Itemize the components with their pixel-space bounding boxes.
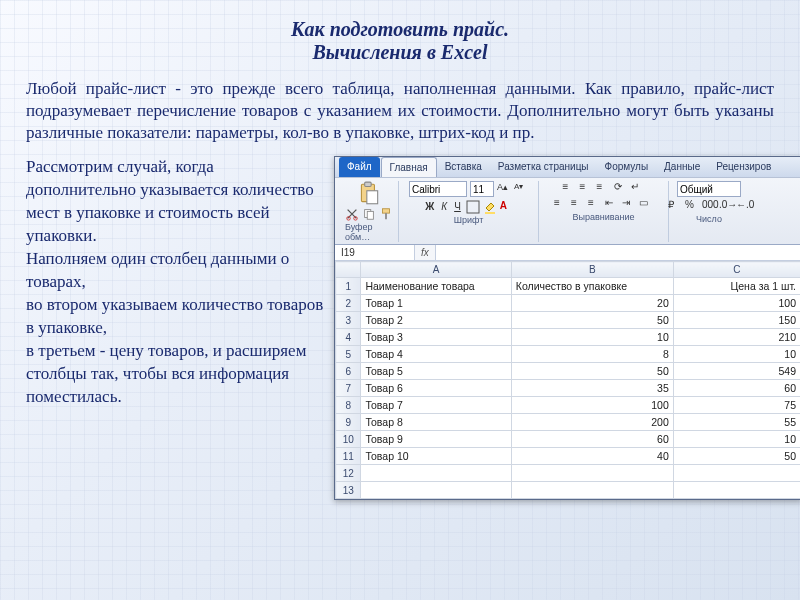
grow-font-icon[interactable]: A▴ <box>497 182 511 196</box>
number-format-select[interactable] <box>677 181 741 197</box>
cell[interactable]: 210 <box>673 329 800 346</box>
tab-data[interactable]: Данные <box>656 157 708 177</box>
fill-color-icon[interactable] <box>483 200 497 214</box>
row-header[interactable]: 8 <box>336 397 361 414</box>
row-header[interactable]: 7 <box>336 380 361 397</box>
cell[interactable]: 150 <box>673 312 800 329</box>
underline-icon[interactable]: Ч <box>452 199 463 214</box>
merge-icon[interactable]: ▭ <box>639 197 653 211</box>
col-header-a[interactable]: A <box>361 262 511 278</box>
align-left-icon[interactable]: ≡ <box>554 197 568 211</box>
row-header[interactable]: 4 <box>336 329 361 346</box>
cell[interactable]: 100 <box>511 397 673 414</box>
col-header-c[interactable]: C <box>673 262 800 278</box>
col-header-b[interactable]: B <box>511 262 673 278</box>
cell[interactable]: 50 <box>673 448 800 465</box>
inc-decimal-icon[interactable]: .0→ <box>719 199 733 213</box>
cell[interactable] <box>673 465 800 482</box>
tab-file[interactable]: Файл <box>339 157 380 177</box>
excel-window: Файл Главная Вставка Разметка страницы Ф… <box>334 156 800 500</box>
align-bottom-icon[interactable]: ≡ <box>597 181 611 195</box>
italic-icon[interactable]: К <box>439 199 449 214</box>
row-header[interactable]: 2 <box>336 295 361 312</box>
cell[interactable]: Количество в упаковке <box>511 278 673 295</box>
cell[interactable]: Товар 1 <box>361 295 511 312</box>
paste-icon[interactable] <box>356 181 382 207</box>
comma-icon[interactable]: 000 <box>702 199 716 213</box>
percent-icon[interactable]: % <box>685 199 699 213</box>
cell[interactable]: 8 <box>511 346 673 363</box>
cell[interactable]: 60 <box>511 431 673 448</box>
tab-formulas[interactable]: Формулы <box>597 157 657 177</box>
cell[interactable]: 40 <box>511 448 673 465</box>
formula-input[interactable] <box>436 245 800 260</box>
cell[interactable]: Цена за 1 шт. <box>673 278 800 295</box>
row-header[interactable]: 10 <box>336 431 361 448</box>
shrink-font-icon[interactable]: A▾ <box>514 182 528 196</box>
row-header[interactable]: 11 <box>336 448 361 465</box>
font-name-select[interactable] <box>409 181 467 197</box>
cell[interactable] <box>511 482 673 499</box>
cell[interactable]: 60 <box>673 380 800 397</box>
tab-home[interactable]: Главная <box>381 157 437 177</box>
row-header[interactable]: 12 <box>336 465 361 482</box>
cell[interactable]: 10 <box>511 329 673 346</box>
name-box[interactable]: I19 <box>335 245 415 260</box>
cell[interactable]: Товар 6 <box>361 380 511 397</box>
cell[interactable]: 55 <box>673 414 800 431</box>
cell[interactable]: Товар 8 <box>361 414 511 431</box>
cell[interactable] <box>361 465 511 482</box>
row-header[interactable]: 9 <box>336 414 361 431</box>
cell[interactable]: Товар 2 <box>361 312 511 329</box>
cell[interactable]: 20 <box>511 295 673 312</box>
fx-icon[interactable]: fx <box>415 245 436 260</box>
cell[interactable]: 35 <box>511 380 673 397</box>
cell[interactable]: 75 <box>673 397 800 414</box>
cell[interactable]: Товар 3 <box>361 329 511 346</box>
cell[interactable]: 10 <box>673 431 800 448</box>
cell[interactable]: 50 <box>511 312 673 329</box>
font-color-icon[interactable]: A <box>500 200 514 214</box>
cell[interactable] <box>511 465 673 482</box>
cell[interactable] <box>361 482 511 499</box>
dec-decimal-icon[interactable]: ←.0 <box>736 199 750 213</box>
row-header[interactable]: 6 <box>336 363 361 380</box>
cell[interactable]: 100 <box>673 295 800 312</box>
indent-inc-icon[interactable]: ⇥ <box>622 197 636 211</box>
cell[interactable]: Товар 9 <box>361 431 511 448</box>
tab-insert[interactable]: Вставка <box>437 157 490 177</box>
tab-review[interactable]: Рецензиров <box>708 157 779 177</box>
align-middle-icon[interactable]: ≡ <box>580 181 594 195</box>
format-painter-icon[interactable] <box>379 207 393 221</box>
cell[interactable]: Товар 4 <box>361 346 511 363</box>
tab-layout[interactable]: Разметка страницы <box>490 157 597 177</box>
wrap-text-icon[interactable]: ↵ <box>631 181 645 195</box>
align-top-icon[interactable]: ≡ <box>563 181 577 195</box>
row-header[interactable]: 13 <box>336 482 361 499</box>
bold-icon[interactable]: Ж <box>423 199 436 214</box>
cell[interactable]: 200 <box>511 414 673 431</box>
cut-icon[interactable] <box>345 207 359 221</box>
cell[interactable]: Наименование товара <box>361 278 511 295</box>
orientation-icon[interactable]: ⟳ <box>614 181 628 195</box>
border-icon[interactable] <box>466 200 480 214</box>
cell[interactable]: 10 <box>673 346 800 363</box>
svg-rect-7 <box>382 209 389 213</box>
select-all-corner[interactable] <box>336 262 361 278</box>
align-center-icon[interactable]: ≡ <box>571 197 585 211</box>
cell[interactable]: Товар 10 <box>361 448 511 465</box>
font-size-select[interactable] <box>470 181 494 197</box>
copy-icon[interactable] <box>362 207 376 221</box>
row-header[interactable]: 5 <box>336 346 361 363</box>
cell[interactable]: 549 <box>673 363 800 380</box>
indent-dec-icon[interactable]: ⇤ <box>605 197 619 211</box>
intro-paragraph: Любой прайс-лист - это прежде всего табл… <box>0 72 800 150</box>
cell[interactable]: Товар 7 <box>361 397 511 414</box>
cell[interactable] <box>673 482 800 499</box>
row-header[interactable]: 1 <box>336 278 361 295</box>
cell[interactable]: Товар 5 <box>361 363 511 380</box>
currency-icon[interactable]: ₽ <box>668 199 682 213</box>
align-right-icon[interactable]: ≡ <box>588 197 602 211</box>
cell[interactable]: 50 <box>511 363 673 380</box>
row-header[interactable]: 3 <box>336 312 361 329</box>
